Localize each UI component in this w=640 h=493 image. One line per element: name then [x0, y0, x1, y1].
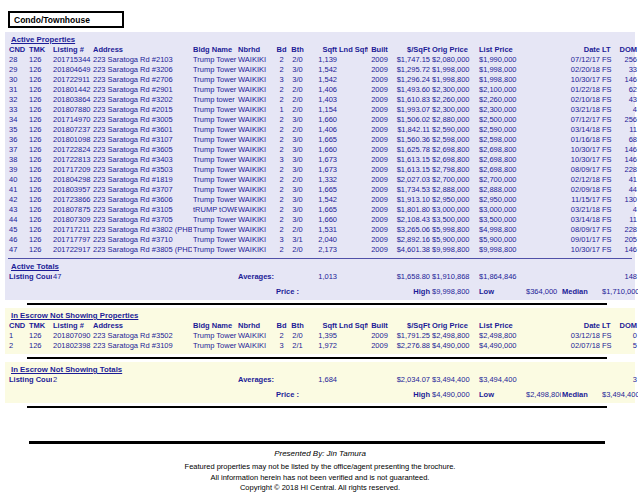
table-row: 44126201807309223 Saratoga Rd #3705Trump… — [8, 215, 638, 225]
avg-dom: 3 — [617, 375, 638, 385]
cell-bldg: Trump Tower W — [192, 105, 237, 115]
cell-tmk: 126 — [28, 155, 52, 165]
cell-psf: $1,295.72 — [391, 65, 431, 75]
col-header-sqft: Sqft — [307, 45, 338, 55]
cell-spacer — [525, 95, 561, 105]
cell-bldg: Trump Tower W — [192, 331, 237, 341]
avg-orig-price: $1,910,868 — [431, 272, 478, 282]
cell-address: 223 Saratoga Rd #3107 — [92, 135, 192, 145]
cell-built: 2009 — [368, 165, 391, 175]
col-header-listing: Listing # — [52, 321, 92, 331]
cell-dom: 205 — [617, 235, 638, 245]
cell-listing: 201722911 — [52, 75, 92, 85]
cell-psf: $4,601.38 — [391, 245, 431, 255]
cell-tmk: 126 — [28, 175, 52, 185]
cell-lnd_sqft — [338, 245, 368, 255]
escrow-properties-section: In Escrow Not Showing Properties CNDTMKL… — [5, 308, 635, 354]
cell-dom: 4 — [617, 105, 638, 115]
cell-bth: 2/0 — [288, 331, 307, 341]
cell-spacer — [525, 135, 561, 145]
low-price: $2,498,800 — [525, 385, 561, 400]
listing-count-value: 47 — [52, 272, 192, 282]
cell-spacer — [525, 225, 561, 235]
cell-bldg: Trump Tower W — [192, 195, 237, 205]
col-header-bd: Bd — [275, 321, 288, 331]
cell-lt: FS — [601, 245, 617, 255]
cell-date: 08/09/17 — [561, 225, 601, 235]
cell-psf: $1,506.02 — [391, 115, 431, 125]
cell-address: 223 Saratoga Rd #3503 — [92, 165, 192, 175]
cell-lt: FS — [601, 75, 617, 85]
table-row: 2126201802398223 Saratoga Rd #3109Trump … — [8, 341, 638, 351]
cell-tmk: 126 — [28, 225, 52, 235]
active-averages-row: Listing Count : 47 Averages: 1,013 $1,65… — [8, 272, 638, 282]
cell-lt: FS — [601, 145, 617, 155]
cell-bd: 3 — [275, 235, 288, 245]
cell-spacer — [525, 115, 561, 125]
cell-sqft: 2,040 — [307, 235, 338, 245]
cell-cnd: 35 — [8, 125, 28, 135]
col-header-bth: Bth — [288, 45, 307, 55]
cell-dom: 68 — [617, 135, 638, 145]
table-row: 32126201803864223 Saratoga Rd #3202Trump… — [8, 95, 638, 105]
cell-lt: FS — [601, 95, 617, 105]
cell-orig: $2,698,800 — [431, 155, 478, 165]
cell-built: 2009 — [368, 235, 391, 245]
cell-cnd: 46 — [8, 235, 28, 245]
cell-spacer — [525, 55, 561, 65]
section-divider-line — [27, 357, 607, 359]
cell-date: 10/30/17 — [561, 155, 601, 165]
cell-lt: FS — [601, 55, 617, 65]
cell-built: 2009 — [368, 205, 391, 215]
cell-orig: $5,998,800 — [431, 225, 478, 235]
col-header-tmk: TMK — [28, 45, 52, 55]
cell-spacer — [525, 175, 561, 185]
cell-lnd_sqft — [338, 55, 368, 65]
cell-cnd: 38 — [8, 155, 28, 165]
cell-sqft: 1,660 — [307, 215, 338, 225]
avg-sqft: 1,013 — [307, 272, 338, 282]
cell-address: 223 Saratoga Rd #3105 — [92, 205, 192, 215]
cell-cnd: 45 — [8, 225, 28, 235]
cell-orig: $2,300,000 — [431, 85, 478, 95]
col-header-lnd_sqft: Lnd Sqft — [338, 321, 368, 331]
cell-built: 2009 — [368, 175, 391, 185]
column-header-row: CNDTMKListing #AddressBldg NameNbrhdBdBt… — [8, 321, 638, 331]
cell-orig: $2,698,800 — [431, 145, 478, 155]
cell-bth: 3/0 — [288, 115, 307, 125]
table-row: 37126201722824223 Saratoga Rd #3605Trump… — [8, 145, 638, 155]
cell-date: 02/09/18 — [561, 185, 601, 195]
report-footer: Presented By: Jin Tamura Featured proper… — [5, 449, 635, 493]
cell-bldg: Trump Tower W — [192, 135, 237, 145]
cell-nbrhd: WAIKIKI — [237, 195, 275, 205]
cell-date: 02/12/18 — [561, 175, 601, 185]
cell-bth: 2/0 — [288, 225, 307, 235]
avg-list-price: $3,494,400 — [478, 375, 525, 385]
cell-cnd: 43 — [8, 205, 28, 215]
cell-bd: 2 — [275, 215, 288, 225]
cell-bth: 2/1 — [288, 341, 307, 351]
cell-listing: 201717211 — [52, 225, 92, 235]
cell-built: 2009 — [368, 215, 391, 225]
col-header-built: Built — [368, 321, 391, 331]
cell-list: $3,500,000 — [478, 215, 525, 225]
table-row: 36126201801098223 Saratoga Rd #3107Trump… — [8, 135, 638, 145]
report-category-label: Condo/Townhouse — [14, 15, 90, 25]
cell-bth: 3/0 — [288, 185, 307, 195]
col-header-nbrhd: Nbrhd — [237, 321, 275, 331]
col-header-lnd_sqft: Lnd Sqft — [338, 45, 368, 55]
cell-tmk: 126 — [28, 95, 52, 105]
report-category-box[interactable]: Condo/Townhouse — [8, 11, 124, 28]
cell-orig: $2,700,000 — [431, 175, 478, 185]
col-header-listing: Listing # — [52, 45, 92, 55]
cell-psf: $1,613.15 — [391, 155, 431, 165]
cell-sqft: 1,660 — [307, 145, 338, 155]
cell-cnd: 36 — [8, 135, 28, 145]
cell-built: 2009 — [368, 95, 391, 105]
col-header-bd: Bd — [275, 45, 288, 55]
table-row: 29126201804649223 Saratoga Rd #3206Trump… — [8, 65, 638, 75]
table-row: 38126201722813223 Saratoga Rd #3403Trump… — [8, 155, 638, 165]
cell-psf: $2,892.16 — [391, 235, 431, 245]
cell-listing: 201714970 — [52, 115, 92, 125]
cell-nbrhd: WAIKIKI — [237, 185, 275, 195]
